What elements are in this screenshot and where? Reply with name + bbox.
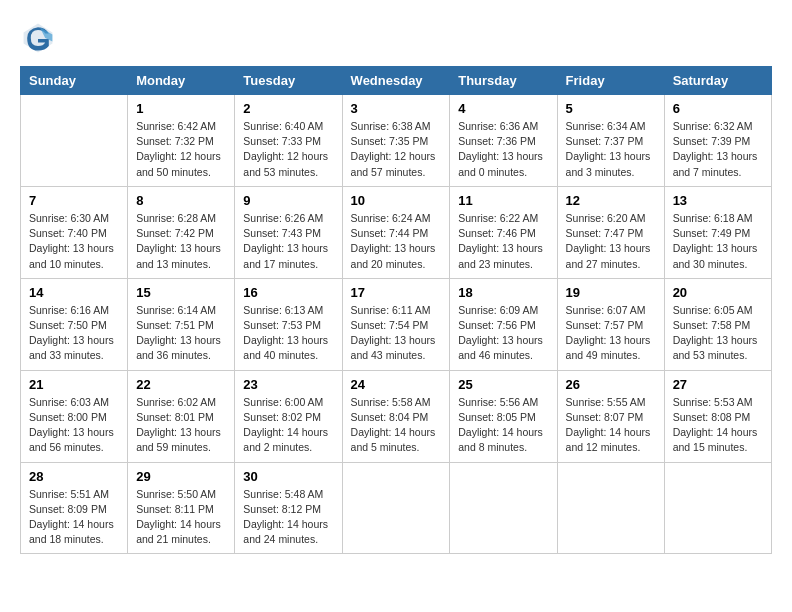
weekday-header: Tuesday — [235, 67, 342, 95]
day-number: 29 — [136, 469, 226, 484]
day-number: 2 — [243, 101, 333, 116]
day-info: Sunrise: 6:32 AM Sunset: 7:39 PM Dayligh… — [673, 119, 763, 180]
day-info: Sunrise: 6:13 AM Sunset: 7:53 PM Dayligh… — [243, 303, 333, 364]
calendar-cell: 7Sunrise: 6:30 AM Sunset: 7:40 PM Daylig… — [21, 186, 128, 278]
calendar-cell: 16Sunrise: 6:13 AM Sunset: 7:53 PM Dayli… — [235, 278, 342, 370]
calendar-cell: 3Sunrise: 6:38 AM Sunset: 7:35 PM Daylig… — [342, 95, 450, 187]
calendar-cell: 1Sunrise: 6:42 AM Sunset: 7:32 PM Daylig… — [128, 95, 235, 187]
calendar-cell: 11Sunrise: 6:22 AM Sunset: 7:46 PM Dayli… — [450, 186, 557, 278]
calendar-cell: 2Sunrise: 6:40 AM Sunset: 7:33 PM Daylig… — [235, 95, 342, 187]
day-number: 14 — [29, 285, 119, 300]
day-info: Sunrise: 5:58 AM Sunset: 8:04 PM Dayligh… — [351, 395, 442, 456]
day-number: 8 — [136, 193, 226, 208]
day-info: Sunrise: 6:18 AM Sunset: 7:49 PM Dayligh… — [673, 211, 763, 272]
calendar-cell: 13Sunrise: 6:18 AM Sunset: 7:49 PM Dayli… — [664, 186, 771, 278]
day-info: Sunrise: 6:07 AM Sunset: 7:57 PM Dayligh… — [566, 303, 656, 364]
day-number: 13 — [673, 193, 763, 208]
day-number: 24 — [351, 377, 442, 392]
day-info: Sunrise: 6:22 AM Sunset: 7:46 PM Dayligh… — [458, 211, 548, 272]
day-info: Sunrise: 6:36 AM Sunset: 7:36 PM Dayligh… — [458, 119, 548, 180]
day-info: Sunrise: 6:20 AM Sunset: 7:47 PM Dayligh… — [566, 211, 656, 272]
day-number: 22 — [136, 377, 226, 392]
day-info: Sunrise: 5:56 AM Sunset: 8:05 PM Dayligh… — [458, 395, 548, 456]
day-number: 11 — [458, 193, 548, 208]
day-number: 25 — [458, 377, 548, 392]
day-number: 30 — [243, 469, 333, 484]
day-number: 10 — [351, 193, 442, 208]
day-number: 16 — [243, 285, 333, 300]
day-info: Sunrise: 5:50 AM Sunset: 8:11 PM Dayligh… — [136, 487, 226, 548]
calendar-cell: 5Sunrise: 6:34 AM Sunset: 7:37 PM Daylig… — [557, 95, 664, 187]
day-info: Sunrise: 6:28 AM Sunset: 7:42 PM Dayligh… — [136, 211, 226, 272]
day-info: Sunrise: 6:16 AM Sunset: 7:50 PM Dayligh… — [29, 303, 119, 364]
day-info: Sunrise: 5:51 AM Sunset: 8:09 PM Dayligh… — [29, 487, 119, 548]
day-number: 9 — [243, 193, 333, 208]
calendar-cell: 14Sunrise: 6:16 AM Sunset: 7:50 PM Dayli… — [21, 278, 128, 370]
day-number: 12 — [566, 193, 656, 208]
day-number: 6 — [673, 101, 763, 116]
calendar-cell: 17Sunrise: 6:11 AM Sunset: 7:54 PM Dayli… — [342, 278, 450, 370]
calendar-week-row: 28Sunrise: 5:51 AM Sunset: 8:09 PM Dayli… — [21, 462, 772, 554]
day-number: 20 — [673, 285, 763, 300]
calendar-cell: 21Sunrise: 6:03 AM Sunset: 8:00 PM Dayli… — [21, 370, 128, 462]
calendar-cell — [450, 462, 557, 554]
calendar-cell: 25Sunrise: 5:56 AM Sunset: 8:05 PM Dayli… — [450, 370, 557, 462]
day-info: Sunrise: 6:42 AM Sunset: 7:32 PM Dayligh… — [136, 119, 226, 180]
calendar-cell — [664, 462, 771, 554]
calendar-cell: 20Sunrise: 6:05 AM Sunset: 7:58 PM Dayli… — [664, 278, 771, 370]
calendar-cell: 8Sunrise: 6:28 AM Sunset: 7:42 PM Daylig… — [128, 186, 235, 278]
day-info: Sunrise: 6:30 AM Sunset: 7:40 PM Dayligh… — [29, 211, 119, 272]
day-info: Sunrise: 6:05 AM Sunset: 7:58 PM Dayligh… — [673, 303, 763, 364]
calendar-week-row: 21Sunrise: 6:03 AM Sunset: 8:00 PM Dayli… — [21, 370, 772, 462]
day-info: Sunrise: 6:11 AM Sunset: 7:54 PM Dayligh… — [351, 303, 442, 364]
weekday-header: Wednesday — [342, 67, 450, 95]
day-info: Sunrise: 5:48 AM Sunset: 8:12 PM Dayligh… — [243, 487, 333, 548]
day-number: 27 — [673, 377, 763, 392]
page-header — [20, 20, 772, 56]
day-number: 23 — [243, 377, 333, 392]
weekday-header: Monday — [128, 67, 235, 95]
day-number: 28 — [29, 469, 119, 484]
day-number: 15 — [136, 285, 226, 300]
calendar-cell: 6Sunrise: 6:32 AM Sunset: 7:39 PM Daylig… — [664, 95, 771, 187]
calendar-cell: 28Sunrise: 5:51 AM Sunset: 8:09 PM Dayli… — [21, 462, 128, 554]
day-number: 3 — [351, 101, 442, 116]
weekday-header: Friday — [557, 67, 664, 95]
calendar-week-row: 14Sunrise: 6:16 AM Sunset: 7:50 PM Dayli… — [21, 278, 772, 370]
day-info: Sunrise: 6:00 AM Sunset: 8:02 PM Dayligh… — [243, 395, 333, 456]
day-number: 17 — [351, 285, 442, 300]
calendar-cell: 24Sunrise: 5:58 AM Sunset: 8:04 PM Dayli… — [342, 370, 450, 462]
day-number: 5 — [566, 101, 656, 116]
day-number: 4 — [458, 101, 548, 116]
day-info: Sunrise: 6:38 AM Sunset: 7:35 PM Dayligh… — [351, 119, 442, 180]
calendar-cell: 19Sunrise: 6:07 AM Sunset: 7:57 PM Dayli… — [557, 278, 664, 370]
calendar-cell: 23Sunrise: 6:00 AM Sunset: 8:02 PM Dayli… — [235, 370, 342, 462]
day-number: 21 — [29, 377, 119, 392]
calendar-week-row: 1Sunrise: 6:42 AM Sunset: 7:32 PM Daylig… — [21, 95, 772, 187]
calendar-cell: 26Sunrise: 5:55 AM Sunset: 8:07 PM Dayli… — [557, 370, 664, 462]
calendar-cell: 30Sunrise: 5:48 AM Sunset: 8:12 PM Dayli… — [235, 462, 342, 554]
calendar-cell — [557, 462, 664, 554]
day-info: Sunrise: 6:34 AM Sunset: 7:37 PM Dayligh… — [566, 119, 656, 180]
day-info: Sunrise: 6:09 AM Sunset: 7:56 PM Dayligh… — [458, 303, 548, 364]
day-number: 26 — [566, 377, 656, 392]
weekday-header: Saturday — [664, 67, 771, 95]
day-info: Sunrise: 5:55 AM Sunset: 8:07 PM Dayligh… — [566, 395, 656, 456]
day-info: Sunrise: 6:24 AM Sunset: 7:44 PM Dayligh… — [351, 211, 442, 272]
calendar-cell: 10Sunrise: 6:24 AM Sunset: 7:44 PM Dayli… — [342, 186, 450, 278]
day-info: Sunrise: 6:02 AM Sunset: 8:01 PM Dayligh… — [136, 395, 226, 456]
calendar-cell: 29Sunrise: 5:50 AM Sunset: 8:11 PM Dayli… — [128, 462, 235, 554]
day-number: 7 — [29, 193, 119, 208]
day-info: Sunrise: 6:26 AM Sunset: 7:43 PM Dayligh… — [243, 211, 333, 272]
weekday-header: Thursday — [450, 67, 557, 95]
day-number: 1 — [136, 101, 226, 116]
calendar-cell — [342, 462, 450, 554]
weekday-header-row: SundayMondayTuesdayWednesdayThursdayFrid… — [21, 67, 772, 95]
day-number: 18 — [458, 285, 548, 300]
day-info: Sunrise: 6:40 AM Sunset: 7:33 PM Dayligh… — [243, 119, 333, 180]
calendar-cell: 27Sunrise: 5:53 AM Sunset: 8:08 PM Dayli… — [664, 370, 771, 462]
calendar-table: SundayMondayTuesdayWednesdayThursdayFrid… — [20, 66, 772, 554]
calendar-cell: 15Sunrise: 6:14 AM Sunset: 7:51 PM Dayli… — [128, 278, 235, 370]
logo — [20, 20, 60, 56]
day-info: Sunrise: 6:14 AM Sunset: 7:51 PM Dayligh… — [136, 303, 226, 364]
